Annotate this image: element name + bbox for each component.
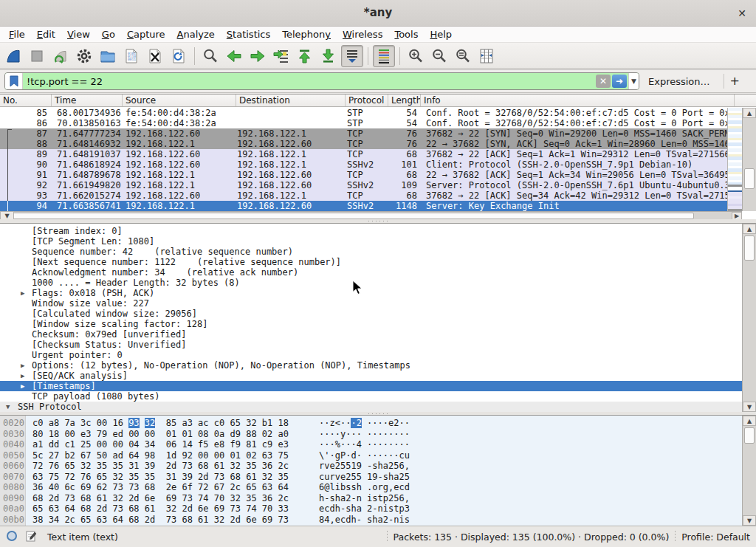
hex-ascii[interactable]: ····y··· ········ <box>319 429 410 440</box>
hex-bytes[interactable]: 68 2d 73 68 61 32 2d 6e 69 73 74 70 32 3… <box>32 493 289 504</box>
go-back-icon[interactable] <box>223 45 245 67</box>
hex-ascii[interactable]: h-sha2-n istp256, <box>319 493 410 504</box>
hex-bytes[interactable]: 5c 27 b2 67 50 ad 64 98 1d 92 00 00 01 0… <box>32 450 289 461</box>
hex-row[interactable]: 008036 40 6c 69 62 73 73 68 2e 6f 72 67 … <box>0 482 756 493</box>
menu-item-go[interactable]: Go <box>96 27 121 41</box>
start-capture-icon[interactable] <box>2 45 24 67</box>
hex-ascii[interactable]: ···%···4 ········ <box>319 439 410 450</box>
expression-button[interactable]: Expression… <box>648 76 710 87</box>
hex-row[interactable]: 00505c 27 b2 67 50 ad 64 98 1d 92 00 00 … <box>0 450 756 461</box>
detail-line[interactable]: [Checksum Status: Unverified] <box>0 340 756 350</box>
detail-line[interactable]: ▼SSH Protocol <box>0 402 756 412</box>
detail-line[interactable]: Urgent pointer: 0 <box>0 350 756 360</box>
restart-capture-icon[interactable] <box>49 45 72 67</box>
expert-info-icon[interactable] <box>6 530 18 544</box>
menu-item-view[interactable]: View <box>61 27 96 41</box>
column-header-no[interactable]: No. <box>0 94 52 106</box>
hex-ascii[interactable]: 84,ecdh- sha2-nis <box>319 515 410 526</box>
zoom-in-icon[interactable] <box>405 45 427 67</box>
capture-comment-icon[interactable] <box>25 530 37 544</box>
detail-line[interactable]: Sequence number: 42 (relative sequence n… <box>0 247 756 257</box>
hex-bytes[interactable]: 38 34 2c 65 63 64 68 2d 73 68 61 32 2d 6… <box>32 515 289 526</box>
hex-ascii[interactable]: 6@libssh .org,ecd <box>319 482 410 493</box>
scroll-up-icon[interactable]: ▲ <box>743 108 756 118</box>
expand-icon[interactable]: ▶ <box>21 360 24 371</box>
scroll-down-icon[interactable]: ▼ <box>743 402 756 412</box>
menu-item-capture[interactable]: Capture <box>121 27 171 41</box>
detail-line[interactable]: [Next sequence number: 1122 (relative se… <box>0 257 756 267</box>
detail-line[interactable]: [Stream index: 0] <box>0 226 756 236</box>
hex-bytes[interactable]: 63 75 72 76 65 32 35 35 31 39 2d 73 68 6… <box>32 472 289 483</box>
scroll-up-icon[interactable]: ▲ <box>743 224 756 234</box>
open-file-icon[interactable] <box>97 45 119 67</box>
zoom-out-icon[interactable] <box>428 45 450 67</box>
display-filter-input[interactable]: !tcp.port == 22 ✕ ➜ ▼ <box>4 72 639 90</box>
resize-columns-icon[interactable] <box>475 45 498 67</box>
menu-item-help[interactable]: Help <box>424 27 458 41</box>
scrollbar-thumb[interactable] <box>744 168 755 189</box>
packet-row[interactable]: 9271.661949820192.168.122.1192.168.122.6… <box>0 180 742 190</box>
packet-row[interactable]: 9171.648789678192.168.122.1192.168.122.6… <box>0 170 742 180</box>
close-icon[interactable]: ✕ <box>734 5 750 21</box>
menu-item-file[interactable]: File <box>3 27 31 41</box>
expand-icon[interactable]: ▶ <box>21 288 24 298</box>
column-header-time[interactable]: Time <box>52 94 123 106</box>
close-file-icon[interactable] <box>144 45 166 67</box>
hex-row[interactable]: 0020c0 a8 7a 3c 00 16 93 32 85 a3 ac c0 … <box>0 418 756 429</box>
hex-row[interactable]: 006072 76 65 32 35 35 31 39 2d 73 68 61 … <box>0 461 756 472</box>
go-forward-icon[interactable] <box>247 45 269 67</box>
scrollbar-thumb[interactable] <box>744 427 755 444</box>
packet-row[interactable]: 9071.648618924192.168.122.60192.168.122.… <box>0 159 742 170</box>
detail-line[interactable]: Checksum: 0x79ed [unverified] <box>0 329 756 340</box>
packet-row[interactable]: 9471.663856741192.168.122.1192.168.122.6… <box>0 201 742 211</box>
expand-icon[interactable]: ▶ <box>21 371 24 381</box>
detail-line[interactable]: ▶Flags: 0x018 (PSH, ACK) <box>0 288 756 298</box>
packet-row[interactable]: 9371.662015274192.168.122.60192.168.122.… <box>0 190 742 201</box>
menu-item-telephony[interactable]: Telephony <box>276 27 337 41</box>
hex-row[interactable]: 009068 2d 73 68 61 32 2d 6e 69 73 74 70 … <box>0 493 756 504</box>
column-header-info[interactable]: Info <box>421 94 735 106</box>
menu-item-edit[interactable]: Edit <box>31 27 61 41</box>
hex-row[interactable]: 00b038 34 2c 65 63 64 68 2d 73 68 61 32 … <box>0 515 756 526</box>
filter-bookmark-icon[interactable] <box>5 73 23 89</box>
scroll-down-icon[interactable]: ▼ <box>743 515 756 526</box>
hex-bytes[interactable]: 65 63 64 68 2d 73 68 61 32 2d 6e 69 73 7… <box>32 503 289 515</box>
detail-line[interactable]: 1000 .... = Header Length: 32 bytes (8) <box>0 278 756 288</box>
detail-line[interactable]: [TCP Segment Len: 1080] <box>0 236 756 247</box>
find-packet-icon[interactable] <box>199 45 221 67</box>
hex-ascii[interactable]: \'·gP·d· ······cu <box>319 450 410 461</box>
hex-bytes[interactable]: c0 a8 7a 3c 00 16 93 32 85 a3 ac c0 65 3… <box>32 418 289 429</box>
packet-row[interactable]: 8771.647777234192.168.122.60192.168.122.… <box>0 128 742 139</box>
filter-dropdown-icon[interactable]: ▼ <box>628 73 639 89</box>
expand-icon[interactable]: ▶ <box>21 381 24 391</box>
packet-row[interactable]: 8871.648146932192.168.122.1192.168.122.6… <box>0 139 742 149</box>
column-header-destination[interactable]: Destination <box>236 94 346 106</box>
hex-ascii[interactable]: ··z<···2 ····e2·· <box>319 418 410 429</box>
colorize-icon[interactable] <box>373 45 395 67</box>
status-profile[interactable]: Profile: Default <box>681 531 750 543</box>
packet-list-vscrollbar[interactable]: ▲ <box>742 108 756 211</box>
packet-row[interactable]: 8670.013850163fe:54:00:d4:38:2aSTP54Conf… <box>0 118 742 128</box>
filter-expression-text[interactable]: !tcp.port == 22 <box>23 76 596 87</box>
add-filter-button[interactable]: + <box>724 74 746 89</box>
hex-ascii[interactable]: curve255 19-sha25 <box>319 472 410 483</box>
detail-line[interactable]: ▶Options: (12 bytes), No-Operation (NOP)… <box>0 360 756 371</box>
scroll-up-icon[interactable]: ▲ <box>743 416 756 426</box>
packet-row[interactable]: 8971.648191037192.168.122.60192.168.122.… <box>0 149 742 159</box>
filter-apply-icon[interactable]: ➜ <box>612 75 627 88</box>
detail-line[interactable]: [Calculated window size: 29056] <box>0 309 756 319</box>
hex-bytes[interactable]: 36 40 6c 69 62 73 73 68 2e 6f 72 67 2c 6… <box>32 482 289 493</box>
go-to-packet-icon[interactable] <box>270 45 292 67</box>
scrollbar-thumb[interactable] <box>744 235 755 261</box>
detail-line[interactable]: Acknowledgment number: 34 (relative ack … <box>0 267 756 278</box>
hex-ascii[interactable]: ecdh-sha 2-nistp3 <box>319 503 410 515</box>
go-last-icon[interactable] <box>317 45 340 67</box>
hex-row[interactable]: 003080 18 00 e3 79 ed 00 00 01 01 08 0a … <box>0 429 756 440</box>
packet-list-minimap[interactable] <box>727 108 742 211</box>
capture-options-icon[interactable] <box>73 45 95 67</box>
detail-line[interactable]: [Window size scaling factor: 128] <box>0 319 756 329</box>
hex-ascii[interactable]: rve25519 -sha256, <box>319 461 410 472</box>
hex-bytes[interactable]: 72 76 65 32 35 35 31 39 2d 73 68 61 32 3… <box>32 461 289 472</box>
hex-bytes[interactable]: 80 18 00 e3 79 ed 00 00 01 01 08 0a d9 8… <box>32 429 289 440</box>
scrollbar-thumb[interactable] <box>11 213 694 219</box>
